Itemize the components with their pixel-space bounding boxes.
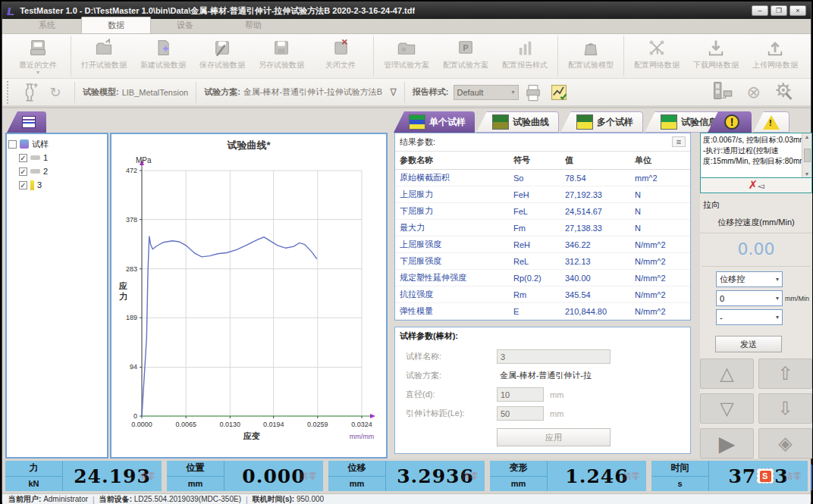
field-input-直径(d):[interactable]: 10	[497, 387, 544, 402]
window-title: TestMaster 1.0 - D:\TestMaster 1.0\bin\D…	[20, 5, 415, 17]
clear-button[interactable]: 清零	[785, 471, 802, 482]
tab-多个试样[interactable]: 多个试样	[560, 111, 643, 133]
clear-button[interactable]: 清零	[300, 471, 317, 482]
table-cell: 27,192.33	[560, 186, 630, 203]
net-config-icon	[646, 38, 667, 58]
crosshead-down-button[interactable]: ⇩	[758, 393, 812, 424]
report-preview-icon[interactable]	[548, 82, 570, 103]
clear-button[interactable]: 清零	[139, 471, 155, 482]
table-row[interactable]: 下屈服强度ReL312.13N/mm^2	[395, 253, 690, 270]
table-cell: N/mm^2	[630, 303, 690, 320]
table-cell: 210,844.80	[560, 303, 630, 320]
保存试验数据-button[interactable]: 保存试验数据	[193, 36, 252, 77]
settings-gear-icon[interactable]	[774, 81, 794, 104]
minimize-button[interactable]: –	[752, 5, 768, 16]
message-scrollbar[interactable]: ▲▼	[802, 133, 811, 177]
tab-试验曲线[interactable]: 试验曲线	[476, 111, 559, 133]
table-cell: N/mm^2	[630, 286, 690, 303]
menu-item-数据[interactable]: 数据	[81, 17, 151, 33]
field-input-试样名称:[interactable]: 3	[497, 349, 611, 364]
jog-fast-down-button[interactable]: ▽	[700, 393, 754, 424]
tree-item-specimen-3[interactable]: ✓3	[8, 178, 105, 192]
specimen-add-icon[interactable]	[18, 82, 41, 103]
print-icon[interactable]	[522, 82, 545, 103]
disconnect-icon[interactable]: ⊗	[747, 83, 761, 102]
menu-item-系统[interactable]: 系统	[13, 17, 81, 33]
tree-root-specimen[interactable]: 试样	[8, 137, 105, 151]
配置报告样式-button[interactable]: 配置报告样式	[495, 36, 554, 77]
scroll-thumb[interactable]	[804, 149, 811, 162]
配置网络数据-button[interactable]: 配置网络数据	[627, 36, 686, 77]
打开试验数据-button[interactable]: 打开试验数据	[74, 36, 133, 77]
新建试验数据-button[interactable]: 新建试验数据	[133, 36, 193, 77]
tab-alerts[interactable]: !	[708, 111, 752, 133]
jog-fast-up-button[interactable]: △	[700, 358, 754, 389]
field-input-试验方案:[interactable]: 金属-棒材-普通引伸计-拉	[497, 368, 611, 383]
table-row[interactable]: 弹性模量E210,844.80N/mm^2	[395, 303, 690, 320]
toolbar-button-label: 打开试验数据	[81, 60, 127, 70]
refresh-icon[interactable]: ↻	[44, 82, 67, 103]
mute-alarm-button[interactable]: ✗◅	[700, 178, 812, 193]
table-row[interactable]: 上屈服强度ReH346.22N/mm^2	[395, 236, 690, 253]
tab-specimen-list[interactable]	[7, 111, 46, 133]
table-row[interactable]: 下屈服力FeL24,514.67N	[395, 203, 690, 220]
配置试验模型-button[interactable]: 配置试验模型	[561, 36, 620, 77]
stress-strain-chart[interactable]: 0941892833784720.00000.00650.01300.01940…	[111, 152, 383, 455]
result-params-table[interactable]: 参数名称符号值单位原始横截面积So78.54mm^2上屈服力FeH27,192.…	[395, 152, 690, 320]
apply-button[interactable]: 应用	[497, 428, 611, 446]
table-row[interactable]: 规定塑性延伸强度Rp(0.2)340.00N/mm^2	[395, 270, 690, 286]
配置试验方案-button[interactable]: P配置试验方案	[436, 36, 495, 77]
device-status-icon[interactable]	[711, 80, 733, 105]
run-button[interactable]: ▶	[700, 428, 754, 459]
tab-warnings[interactable]: !	[753, 111, 789, 133]
scroll-down-icon[interactable]: ▼	[805, 171, 810, 177]
最近的文件-button[interactable]: 最近的文件▾	[8, 36, 67, 77]
上传网络数据-button[interactable]: 上传网络数据	[746, 36, 805, 77]
tree-item-specimen-1[interactable]: ✓1	[8, 151, 105, 164]
tree-item-specimen-2[interactable]: ✓2	[8, 164, 105, 178]
clear-button[interactable]: 清零	[462, 471, 479, 482]
report-style-select[interactable]: Default▾	[454, 85, 519, 100]
close-button[interactable]: ×	[789, 5, 806, 16]
crosshead-up-button[interactable]: ⇧	[758, 358, 812, 389]
clear-button[interactable]: 清零	[623, 471, 640, 482]
item-checkbox[interactable]: ✓	[19, 154, 27, 162]
send-button[interactable]: 发送	[715, 336, 782, 352]
table-row[interactable]: 最大力Fm27,138.33N	[395, 220, 690, 236]
speed-input-combo[interactable]: 0▾	[716, 290, 783, 306]
table-row[interactable]: 原始横截面积So78.54mm^2	[395, 170, 690, 186]
scroll-up-icon[interactable]: ▲	[805, 134, 810, 139]
svg-text:0: 0	[133, 412, 137, 420]
table-cell: 27,138.33	[560, 220, 630, 236]
table-row[interactable]: 抗拉强度Rm345.54N/mm^2	[395, 286, 690, 303]
table-cell: Fm	[509, 220, 560, 236]
plan-filter-icon[interactable]: ∇	[390, 86, 397, 98]
measure-unit: mm	[490, 477, 547, 492]
另存试验数据-button[interactable]: 另存试验数据	[252, 36, 311, 77]
table-row[interactable]: 上屈服力FeH27,192.33N	[395, 186, 690, 203]
下载网络数据-button[interactable]: 下载网络数据	[686, 36, 746, 77]
item-checkbox[interactable]: ✓	[19, 167, 27, 176]
field-input-引伸计标距(Le):[interactable]: 50	[497, 406, 544, 421]
table-cell: 规定塑性延伸强度	[395, 270, 509, 286]
toolbar-button-label: 另存试验数据	[259, 60, 304, 70]
tab-单个试样[interactable]: 单个试样	[394, 111, 475, 133]
root-checkbox[interactable]	[8, 140, 17, 149]
tab-colors-icon	[409, 114, 425, 130]
table-cell: 345.54	[560, 286, 630, 303]
aux-select[interactable]: -▾	[716, 309, 783, 325]
menu-item-帮助[interactable]: 帮助	[219, 17, 287, 33]
item-checkbox[interactable]: ✓	[19, 181, 27, 189]
tree-item-label: 3	[37, 180, 42, 189]
menu-burger-icon[interactable]: ≡	[672, 136, 686, 147]
关闭文件-button[interactable]: 关闭文件	[311, 36, 370, 77]
panel-splitter[interactable]	[394, 321, 691, 326]
workspace: 单个试样试验曲线多个试样试验信息 ! ! 试样✓1✓2✓3 试验曲线* 0941…	[2, 107, 811, 459]
menu-item-设备[interactable]: 设备	[151, 17, 219, 33]
status-message-line: 度:0.0067/s, 控制目标:0.03mm/mm)	[703, 135, 799, 146]
control-mode-select[interactable]: 位移控▾	[716, 271, 783, 287]
save-as-data-icon	[271, 38, 292, 58]
return-button[interactable]: ◈	[758, 428, 812, 459]
restore-button[interactable]: ❐	[771, 5, 787, 16]
管理试验方案-button[interactable]: 管理试验方案	[377, 36, 436, 77]
